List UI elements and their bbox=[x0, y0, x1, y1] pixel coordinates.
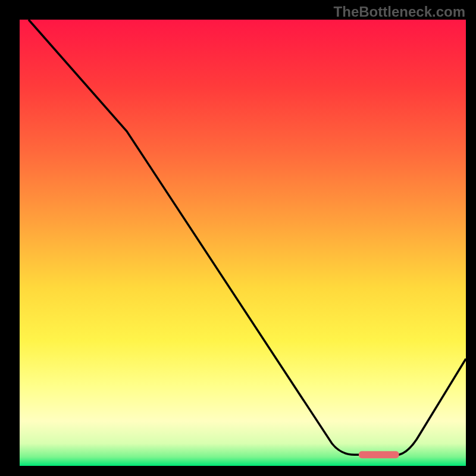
frame-right bbox=[466, 0, 476, 476]
chart-svg bbox=[0, 0, 476, 476]
bottleneck-chart: TheBottleneck.com bbox=[0, 0, 476, 476]
watermark-text: TheBottleneck.com bbox=[334, 4, 465, 20]
frame-bottom bbox=[0, 466, 476, 476]
optimal-marker bbox=[359, 451, 399, 458]
frame-left bbox=[0, 0, 20, 476]
